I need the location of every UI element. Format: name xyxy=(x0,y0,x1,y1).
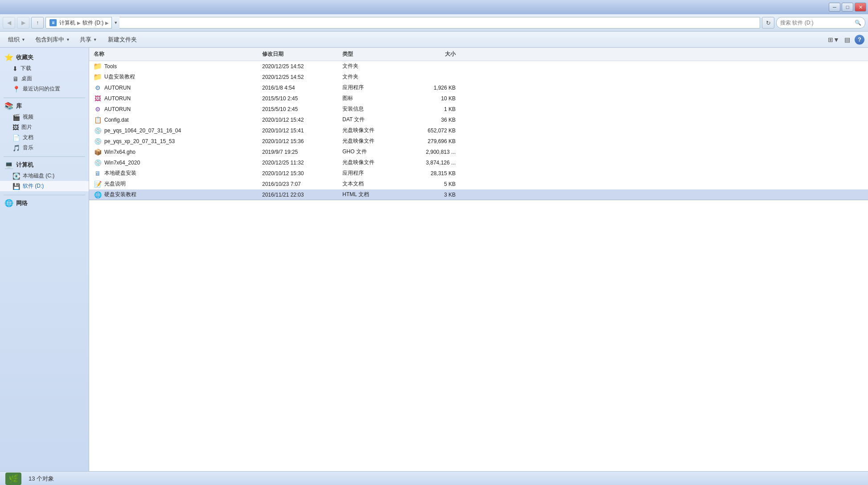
file-date-cell: 2020/10/12 15:36 xyxy=(259,137,339,145)
file-size-cell: 652,072 KB xyxy=(406,127,459,135)
address-text: 计算机 ▶ 软件 (D:) ▶ xyxy=(59,19,109,27)
sidebar-section-favorites-header[interactable]: ⭐ 收藏夹 xyxy=(0,51,89,63)
file-name-text: Config.dat xyxy=(104,117,129,123)
file-size-cell: 3,874,126 ... xyxy=(406,159,459,167)
file-size-cell: 1,926 KB xyxy=(406,84,459,92)
file-date-cell: 2016/10/23 7:07 xyxy=(259,180,339,188)
sidebar-divider-3 xyxy=(4,195,85,195)
table-row[interactable]: 📋 Config.dat 2020/10/12 15:42 DAT 文件 36 … xyxy=(89,115,868,125)
up-button[interactable]: ↑ xyxy=(31,17,44,29)
table-row[interactable]: 🖼 AUTORUN 2015/5/10 2:45 图标 10 KB xyxy=(89,93,868,104)
table-row[interactable]: 🖥 本地硬盘安装 2020/10/12 15:30 应用程序 28,315 KB xyxy=(89,168,868,179)
sidebar-item-music[interactable]: 🎵 音乐 xyxy=(0,143,89,153)
file-name-text: U盘安装教程 xyxy=(104,73,135,81)
new-folder-label: 新建文件夹 xyxy=(108,36,137,44)
table-row[interactable]: 📝 光盘说明 2016/10/23 7:07 文本文档 5 KB xyxy=(89,179,868,189)
help-button[interactable]: ? xyxy=(855,35,864,45)
preview-pane-button[interactable]: ▤ xyxy=(841,34,853,45)
file-icon: 📦 xyxy=(94,148,102,156)
sidebar-section-network-header[interactable]: 🌐 网络 xyxy=(0,197,89,209)
file-name-cell: 📋 Config.dat xyxy=(89,115,259,125)
sidebar-item-documents-label: 文档 xyxy=(23,134,33,141)
recent-icon: 📍 xyxy=(12,86,20,93)
sidebar-item-drive-c-label: 本地磁盘 (C:) xyxy=(23,172,54,180)
file-date-cell: 2020/10/12 15:41 xyxy=(259,127,339,135)
file-name-text: Win7x64.gho xyxy=(104,149,136,155)
column-date-header[interactable]: 修改日期 xyxy=(259,49,339,59)
file-type-cell: 应用程序 xyxy=(339,169,406,178)
sidebar-section-computer-header[interactable]: 💻 计算机 xyxy=(0,159,89,171)
sidebar-item-download-label: 下载 xyxy=(21,65,31,72)
organize-label: 组织 xyxy=(8,36,20,44)
address-dropdown[interactable]: ▼ xyxy=(111,17,119,29)
include-library-button[interactable]: 包含到库中 ▼ xyxy=(31,34,74,45)
table-row[interactable]: 🌐 硬盘安装教程 2016/11/21 22:03 HTML 文档 3 KB xyxy=(89,189,868,200)
toolbar-area: ◀ ▶ ↑ 🖥 计算机 ▶ 软件 (D:) ▶ ▼ ↻ 🔍 xyxy=(0,14,868,32)
column-type-header[interactable]: 类型 xyxy=(339,49,406,59)
view-toggle-button[interactable]: ⊞▼ xyxy=(828,34,839,45)
file-name-cell: 📁 Tools xyxy=(89,62,259,71)
computer-icon: 💻 xyxy=(4,160,13,169)
column-name-header[interactable]: 名称 xyxy=(89,49,259,59)
maximize-button[interactable]: □ xyxy=(842,3,853,12)
sidebar-item-documents[interactable]: 📄 文档 xyxy=(0,132,89,143)
share-button[interactable]: 共享 ▼ xyxy=(75,34,102,45)
sidebar-item-drive-d[interactable]: 💾 软件 (D:) xyxy=(0,181,89,191)
table-row[interactable]: 📁 U盘安装教程 2020/12/25 14:52 文件夹 xyxy=(89,72,868,82)
file-icon: 📁 xyxy=(94,62,102,70)
include-library-arrow: ▼ xyxy=(66,37,70,42)
table-row[interactable]: ⚙ AUTORUN 2016/1/8 4:54 应用程序 1,926 KB xyxy=(89,82,868,93)
organize-button[interactable]: 组织 ▼ xyxy=(4,34,30,45)
file-name-text: AUTORUN xyxy=(104,95,131,102)
file-date-cell: 2020/12/25 14:52 xyxy=(259,73,339,81)
file-name-cell: 🖥 本地硬盘安装 xyxy=(89,169,259,178)
table-row[interactable]: 💿 pe_yqs_1064_20_07_31_16_04 2020/10/12 … xyxy=(89,125,868,136)
sidebar-item-video[interactable]: 🎬 视频 xyxy=(0,112,89,122)
minimize-button[interactable]: ─ xyxy=(829,3,840,12)
table-row[interactable]: 📦 Win7x64.gho 2019/9/7 19:25 GHO 文件 2,90… xyxy=(89,147,868,157)
file-size-cell: 36 KB xyxy=(406,116,459,124)
file-date-cell: 2020/12/25 14:52 xyxy=(259,62,339,70)
status-count: 13 个对象 xyxy=(29,475,54,483)
sidebar-divider-1 xyxy=(4,98,85,98)
sidebar-item-download[interactable]: ⬇ 下载 xyxy=(0,63,89,74)
file-name-cell: ⚙ AUTORUN xyxy=(89,104,259,114)
forward-button[interactable]: ▶ xyxy=(17,17,29,29)
pictures-icon: 🖼 xyxy=(12,124,19,131)
file-size-cell: 2,900,813 ... xyxy=(406,148,459,156)
sidebar-item-recent[interactable]: 📍 最近访问的位置 xyxy=(0,84,89,94)
file-type-cell: 光盘映像文件 xyxy=(339,126,406,135)
file-icon: ⚙ xyxy=(94,105,102,113)
sidebar-item-drive-c[interactable]: 💽 本地磁盘 (C:) xyxy=(0,171,89,181)
library-label: 库 xyxy=(16,102,22,110)
address-bar[interactable]: 🖥 计算机 ▶ 软件 (D:) ▶ ▼ xyxy=(45,17,760,29)
column-size-header[interactable]: 大小 xyxy=(406,49,459,59)
file-size-cell: 3 KB xyxy=(406,191,459,199)
sidebar-item-pictures[interactable]: 🖼 图片 xyxy=(0,122,89,132)
file-icon: 📁 xyxy=(94,73,102,81)
table-row[interactable]: 📁 Tools 2020/12/25 14:52 文件夹 xyxy=(89,61,868,72)
file-name-text: Tools xyxy=(104,63,117,70)
file-name-text: 硬盘安装教程 xyxy=(104,191,136,198)
file-date-cell: 2020/10/12 15:42 xyxy=(259,116,339,124)
sidebar-section-library-header[interactable]: 📚 库 xyxy=(0,100,89,112)
refresh-button[interactable]: ↻ xyxy=(762,17,774,29)
sidebar-item-drive-d-label: 软件 (D:) xyxy=(23,182,44,190)
desktop-icon: 🖥 xyxy=(12,75,19,82)
table-row[interactable]: 💿 pe_yqs_xp_20_07_31_15_53 2020/10/12 15… xyxy=(89,136,868,147)
close-button[interactable]: ✕ xyxy=(855,3,866,12)
file-list: 📁 Tools 2020/12/25 14:52 文件夹 📁 U盘安装教程 20… xyxy=(89,61,868,471)
search-bar[interactable]: 🔍 xyxy=(776,17,865,29)
favorites-label: 收藏夹 xyxy=(16,53,33,62)
table-row[interactable]: 💿 Win7x64_2020 2020/12/25 11:32 光盘映像文件 3… xyxy=(89,157,868,168)
back-button[interactable]: ◀ xyxy=(3,17,15,29)
new-folder-button[interactable]: 新建文件夹 xyxy=(103,34,142,45)
file-icon: 🌐 xyxy=(94,191,102,199)
sidebar-item-desktop[interactable]: 🖥 桌面 xyxy=(0,74,89,84)
file-area: 名称 修改日期 类型 大小 📁 Tools 2020/12/25 14:52 文… xyxy=(89,48,868,471)
file-icon: 🖼 xyxy=(94,95,102,103)
file-date-cell: 2015/5/10 2:45 xyxy=(259,95,339,103)
search-input[interactable] xyxy=(780,20,853,26)
search-icon[interactable]: 🔍 xyxy=(855,20,861,26)
table-row[interactable]: ⚙ AUTORUN 2015/5/10 2:45 安装信息 1 KB xyxy=(89,104,868,115)
